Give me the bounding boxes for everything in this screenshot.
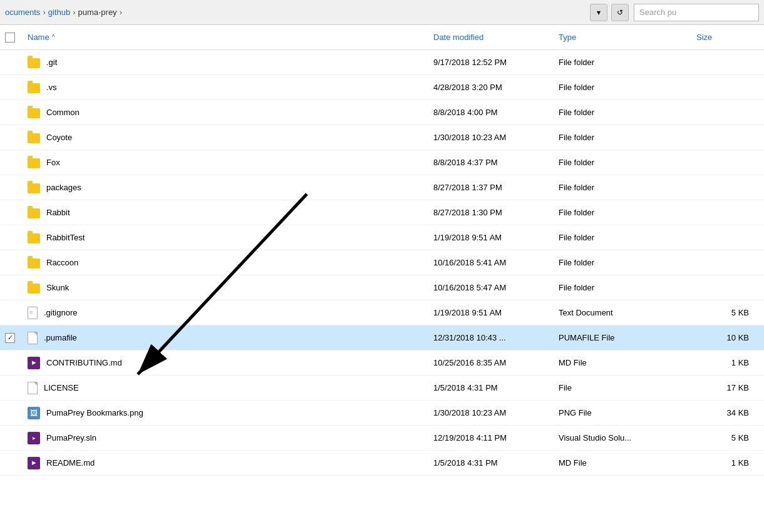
file-name-text: LICENSE <box>44 383 79 392</box>
table-row[interactable]: packages8/27/2018 1:37 PMFile folder <box>0 175 764 200</box>
row-name-col: packages <box>28 182 433 193</box>
file-list-header: Name ^ Date modified Type Size <box>0 25 764 50</box>
sort-arrow: ^ <box>52 34 55 41</box>
file-type: PUMAFILE File <box>559 333 696 342</box>
file-name-text: PumaPrey.sln <box>46 433 96 442</box>
file-size: 5 KB <box>696 433 759 442</box>
dropdown-btn[interactable]: ▾ <box>590 4 607 21</box>
table-row[interactable]: Rabbit8/27/2018 1:30 PMFile folder <box>0 200 764 225</box>
header-checkbox[interactable] <box>5 33 28 43</box>
file-type: Visual Studio Solu... <box>559 433 696 442</box>
file-date: 1/19/2018 9:51 AM <box>433 233 559 242</box>
table-row[interactable]: .git9/17/2018 12:52 PMFile folder <box>0 50 764 75</box>
folder-icon <box>28 83 40 93</box>
file-type: File folder <box>559 58 696 67</box>
file-type: File folder <box>559 133 696 142</box>
file-date: 1/5/2018 4:31 PM <box>433 383 559 392</box>
file-name-text: PumaPrey Bookmarks.png <box>46 408 143 417</box>
table-row[interactable]: ▶README.md1/5/2018 4:31 PMMD File1 KB <box>0 451 764 476</box>
table-row[interactable]: 🖼PumaPrey Bookmarks.png1/30/2018 10:23 A… <box>0 401 764 426</box>
file-type: MD File <box>559 458 696 468</box>
file-type: File folder <box>559 183 696 192</box>
breadcrumb-puma-prey[interactable]: puma-prey <box>78 8 116 17</box>
file-size: 5 KB <box>696 308 759 317</box>
file-date: 1/30/2018 10:23 AM <box>433 133 559 142</box>
file-name-text: RabbitTest <box>46 233 85 242</box>
row-name-col: 🖼PumaPrey Bookmarks.png <box>28 407 433 419</box>
file-size: 1 KB <box>696 458 759 468</box>
file-type: Text Document <box>559 308 696 317</box>
table-row[interactable]: Coyote1/30/2018 10:23 AMFile folder <box>0 125 764 150</box>
file-date: 8/27/2018 1:37 PM <box>433 183 559 192</box>
file-name-text: Skunk <box>46 283 69 292</box>
table-row[interactable]: Skunk10/16/2018 5:47 AMFile folder <box>0 275 764 300</box>
row-name-col: ▶README.md <box>28 457 433 469</box>
breadcrumb-github[interactable]: github <box>48 8 70 17</box>
row-name-col: Rabbit <box>28 207 433 218</box>
row-name-col: ▶CONTRIBUTING.md <box>28 357 433 369</box>
table-row[interactable]: ▶CONTRIBUTING.md10/25/2016 8:35 AMMD Fil… <box>0 350 764 376</box>
file-name-text: .gitignore <box>44 308 77 317</box>
row-name-col: LICENSE <box>28 382 433 394</box>
file-date: 1/19/2018 9:51 AM <box>433 308 559 317</box>
header-type[interactable]: Type <box>559 33 696 42</box>
file-name-text: Common <box>46 108 80 117</box>
row-name-col: Fox <box>28 157 433 168</box>
table-row[interactable]: .pumafile12/31/2018 10:43 ...PUMAFILE Fi… <box>0 325 764 350</box>
search-box[interactable]: Search pu <box>634 4 759 21</box>
file-type: File folder <box>559 108 696 117</box>
row-name-col: RabbitTest <box>28 232 433 243</box>
search-placeholder: Search pu <box>639 8 676 17</box>
file-size: 1 KB <box>696 358 759 367</box>
file-date: 1/30/2018 10:23 AM <box>433 408 559 417</box>
file-name-text: Rabbit <box>46 208 70 217</box>
refresh-btn[interactable]: ↺ <box>611 4 629 21</box>
folder-icon <box>28 258 40 269</box>
generic-file-icon <box>28 332 38 344</box>
breadcrumb-documents[interactable]: ocuments <box>5 8 40 17</box>
select-all-checkbox[interactable] <box>5 33 15 43</box>
file-name-text: CONTRIBUTING.md <box>46 358 122 367</box>
file-list: Name ^ Date modified Type Size .git9/17/… <box>0 25 764 476</box>
row-name-col: ▶PumaPrey.sln <box>28 432 433 444</box>
row-name-col: Skunk <box>28 282 433 294</box>
row-name-col: Common <box>28 107 433 118</box>
table-row[interactable]: Common8/8/2018 4:00 PMFile folder <box>0 100 764 125</box>
file-type: File folder <box>559 83 696 92</box>
file-date: 4/28/2018 3:20 PM <box>433 83 559 92</box>
table-row[interactable]: ▶PumaPrey.sln12/19/2018 4:11 PMVisual St… <box>0 426 764 451</box>
folder-icon <box>28 58 40 68</box>
header-date[interactable]: Date modified <box>433 33 559 42</box>
file-name-text: .git <box>46 58 57 67</box>
file-date: 10/16/2018 5:47 AM <box>433 283 559 292</box>
file-date: 10/25/2016 8:35 AM <box>433 358 559 367</box>
table-row[interactable]: RabbitTest1/19/2018 9:51 AMFile folder <box>0 225 764 250</box>
header-size[interactable]: Size <box>696 33 759 42</box>
row-name-col: .gitignore <box>28 307 433 319</box>
sln-file-icon: ▶ <box>28 432 40 444</box>
file-date: 8/27/2018 1:30 PM <box>433 208 559 217</box>
table-row[interactable]: .vs4/28/2018 3:20 PMFile folder <box>0 75 764 100</box>
file-date: 8/8/2018 4:37 PM <box>433 158 559 167</box>
generic-file-icon <box>28 382 38 394</box>
file-name-text: .vs <box>46 83 57 92</box>
folder-icon <box>28 133 40 143</box>
table-row[interactable]: LICENSE1/5/2018 4:31 PMFile17 KB <box>0 376 764 401</box>
header-name[interactable]: Name ^ <box>28 33 433 42</box>
file-date: 1/5/2018 4:31 PM <box>433 458 559 468</box>
folder-icon <box>28 233 40 243</box>
folder-icon <box>28 158 40 168</box>
file-size: 17 KB <box>696 383 759 392</box>
breadcrumb[interactable]: ocuments › github › puma-prey › <box>5 8 585 17</box>
table-row[interactable]: Fox8/8/2018 4:37 PMFile folder <box>0 150 764 175</box>
file-name-text: packages <box>46 183 81 192</box>
table-row[interactable]: Raccoon10/16/2018 5:41 AMFile folder <box>0 250 764 275</box>
row-checkbox[interactable] <box>5 333 15 343</box>
vs-file-icon: ▶ <box>28 357 40 369</box>
file-type: MD File <box>559 358 696 367</box>
file-name-text: Fox <box>46 158 60 167</box>
row-name-col: Coyote <box>28 132 433 143</box>
file-date: 12/31/2018 10:43 ... <box>433 333 559 342</box>
table-row[interactable]: .gitignore1/19/2018 9:51 AMText Document… <box>0 300 764 325</box>
row-name-col: .vs <box>28 82 433 93</box>
